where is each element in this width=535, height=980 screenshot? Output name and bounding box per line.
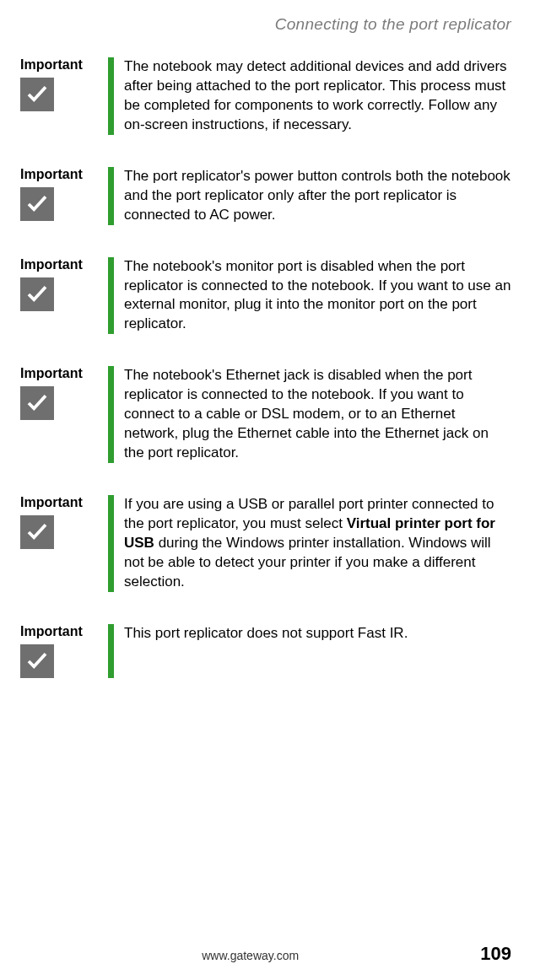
callout-body: The port replicator's power button contr… <box>124 167 511 225</box>
green-divider <box>108 495 114 592</box>
header-title: Connecting to the port replicator <box>20 15 511 34</box>
callout-left: Important <box>20 366 108 463</box>
callout-item: Important The notebook's Ethernet jack i… <box>20 366 511 463</box>
callout-left: Important <box>20 167 108 225</box>
callout-item: Important If you are using a USB or para… <box>20 495 511 592</box>
green-divider <box>108 57 114 135</box>
callout-item: Important The notebook's monitor port is… <box>20 257 511 335</box>
callout-item: Important The notebook may detect additi… <box>20 57 511 135</box>
checkmark-icon <box>20 515 54 549</box>
callout-label: Important <box>20 167 108 182</box>
callout-body: If you are using a USB or parallel port … <box>124 495 511 592</box>
checkmark-icon <box>20 187 54 221</box>
callout-body: The notebook's Ethernet jack is disabled… <box>124 366 511 463</box>
callout-label: Important <box>20 57 108 73</box>
checkmark-icon <box>20 386 54 420</box>
callout-left: Important <box>20 495 108 592</box>
callout-body: The notebook's monitor port is disabled … <box>124 257 511 335</box>
callout-item: Important The port replicator's power bu… <box>20 167 511 225</box>
callout-label: Important <box>20 366 108 381</box>
checkmark-icon <box>20 78 54 111</box>
green-divider <box>108 624 114 678</box>
green-divider <box>108 167 114 225</box>
checkmark-icon <box>20 644 54 678</box>
callout-label: Important <box>20 495 108 510</box>
callout-label: Important <box>20 257 108 272</box>
callout-label: Important <box>20 624 108 639</box>
callout-left: Important <box>20 624 108 678</box>
footer: www.gateway.com 109 <box>20 943 511 965</box>
callout-left: Important <box>20 57 108 135</box>
callout-body: The notebook may detect additional devic… <box>124 57 511 135</box>
green-divider <box>108 257 114 335</box>
checkmark-icon <box>20 277 54 311</box>
green-divider <box>108 366 114 463</box>
callout-item: Important This port replicator does not … <box>20 624 511 678</box>
footer-url: www.gateway.com <box>202 949 299 962</box>
callout-body: This port replicator does not support Fa… <box>124 624 408 678</box>
callout-left: Important <box>20 257 108 335</box>
page-number: 109 <box>480 943 511 965</box>
